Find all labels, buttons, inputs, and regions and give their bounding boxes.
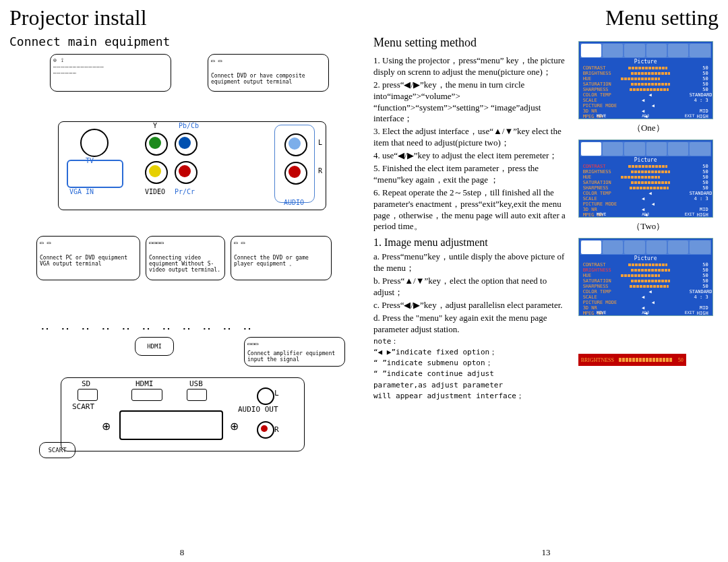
osd-screenshot-one: Picture CONTRAST50BRIGHTNESS50HUE50SATUR… — [578, 41, 713, 119]
label-pbcb: Pb/Cb — [179, 122, 199, 129]
separator-dots: ‥ ‥ ‥ ‥ ‥ ‥ ‥ ‥ ‥ ‥ ‥ — [40, 317, 355, 333]
jack-audio-r — [284, 162, 307, 185]
box-dvd-desc: ▭ ▭ Connect the DVD or game player equip… — [231, 236, 332, 280]
label-usb: USB — [189, 379, 203, 388]
vga-port — [67, 160, 123, 188]
scart-text: SCART — [48, 447, 66, 454]
osd-tabs — [580, 43, 711, 58]
audio-group: L R — [274, 125, 315, 203]
hdmi-port — [131, 389, 162, 401]
label-video: VIDEO — [145, 188, 165, 195]
label-vgain: VGA IN — [69, 188, 94, 195]
osd-tab-active — [581, 44, 601, 57]
label-r: R — [274, 425, 279, 434]
subtitle-right: Menu setting method — [373, 36, 574, 50]
illustration-devices: ▭▭▭▭ — [149, 239, 222, 255]
io-panel: SD HDMI USB SCART ⊕ ⊕ L R AUDIO OUT — [61, 377, 305, 451]
jack-pbcb — [175, 133, 198, 156]
illustration-amp: ▭▭▭ — [247, 340, 342, 351]
note-title: note： — [373, 337, 574, 346]
page-title-right: Menu setting — [373, 5, 719, 30]
label-audioout: AUDIO OUT — [238, 405, 278, 414]
image-adj-c: c. Press“◀/▶”key，adjust parallelisn elec… — [373, 300, 574, 311]
osd-screenshot-three: Picture CONTRAST50BRIGHTNESS50HUE50SATUR… — [578, 238, 713, 316]
connect-diagram: ⊙ ⟟┄┄┄┄┄┄┄┄┄┄┄┄┄┄┄┄┄┄┄ ▭ ▭ Connect DVD o… — [9, 54, 355, 310]
jack-video — [145, 161, 168, 184]
image-adj-a: a. Press“menu”key，untile disply the abov… — [373, 251, 574, 274]
step-2: 2. press“◀/▶”key，the menu in turn circle… — [373, 80, 574, 125]
note-line-2: “ ”indicate submenu opton； — [373, 358, 574, 368]
osd-tab — [624, 44, 644, 57]
osd-column: Picture CONTRAST50BRIGHTNESS50HUE50SATUR… — [574, 34, 719, 402]
illustration-laptop2: ▭ ▭ — [40, 239, 137, 255]
page-right: Menu setting Menu setting method 1. Usin… — [364, 0, 728, 562]
scart-slot — [119, 410, 223, 440]
osd-tab — [668, 44, 688, 57]
osd-footer: MOVEADJEXIT — [579, 113, 712, 118]
page-title-left: Projector install — [9, 5, 355, 30]
instructions-column: Menu setting method 1. Using the project… — [373, 34, 574, 402]
slider-label: BRIGHTNESS — [581, 357, 614, 363]
d3-text: Connect PC or DVD equipment VGA output t… — [40, 255, 137, 268]
page-number-right: 13 — [542, 547, 551, 558]
tv-jack — [80, 129, 109, 157]
d2-text: Connect DVD or have composite equipment … — [211, 73, 326, 86]
d5-text: Connect the DVD or game player equipment… — [234, 255, 328, 268]
box-composite-desc: ▭ ▭ Connect DVD or have composite equipm… — [208, 54, 329, 92]
box-vga-desc: ▭ ▭ Connect PC or DVD equipment VGA outp… — [36, 236, 140, 280]
step-1: 1. Using the projector，press“menu” key，t… — [373, 55, 574, 78]
note-line-1: “◀ ▶”indicate fixed option； — [373, 348, 574, 357]
hdmi-desc: Connect amplifier equipment input the si… — [247, 351, 342, 363]
step-5: 5. Finished the elect item parameter，pre… — [373, 163, 574, 186]
hdmi-label-box: HDMI — [135, 337, 174, 356]
step-3: 3. Elect the adjust interface，use“▲/▼”ke… — [373, 126, 574, 149]
page-left: Projector install Connect main equipment… — [0, 0, 364, 562]
hdmi-diagram: HDMI ▭▭▭ Connect amplifier equipment inp… — [9, 337, 355, 485]
note-block: note： “◀ ▶”indicate fixed option； “ ”ind… — [373, 337, 574, 402]
connector-panel: TV Y Pb/Cb VGA IN VIDEO Pr/Cr L R AUDIO — [58, 121, 326, 210]
manual-spread: Projector install Connect main equipment… — [0, 0, 728, 562]
label-audio-r: R — [318, 167, 322, 175]
sd-slot — [78, 389, 98, 401]
brightness-slider-demo: BRIGHTNESS 50 — [578, 354, 686, 366]
box-source-a: ⊙ ⟟┄┄┄┄┄┄┄┄┄┄┄┄┄┄┄┄┄┄┄ — [50, 54, 171, 92]
osd-screenshot-two: Picture CONTRAST50BRIGHTNESS50HUE50SATUR… — [578, 139, 713, 218]
audio-out-l — [257, 387, 274, 405]
box-svideo-desc: ▭▭▭▭ Connecting video equipment Without … — [146, 236, 225, 280]
osd-tab — [690, 44, 710, 57]
label-audio-l: L — [318, 139, 322, 146]
jack-y — [145, 133, 168, 156]
label-y: Y — [153, 122, 157, 129]
illustration-console: ▭ ▭ — [234, 239, 328, 255]
caption-two: （Two） — [578, 220, 719, 232]
d4-text: Connecting video equipment Without S-vid… — [149, 255, 222, 273]
audio-out-r — [257, 421, 274, 439]
illustration-laptop: ▭ ▭ — [211, 57, 326, 73]
osd-list: CONTRAST50BRIGHTNESS50HUE50SATURATION50S… — [580, 164, 711, 218]
image-adj-title: 1. Image menu adjustment — [373, 237, 574, 249]
osd-list: CONTRAST50BRIGHTNESS50HUE50SATURATION50S… — [580, 262, 711, 316]
page-number-left: 8 — [180, 547, 185, 558]
label-l: L — [274, 389, 279, 398]
step-4: 4. use“◀/▶”key to adjust the elect item … — [373, 150, 574, 162]
jack-prcr — [175, 161, 198, 184]
note-line-3: “ ”indicate continue adjust — [373, 369, 574, 379]
label-audio: AUDIO — [284, 199, 304, 206]
label-sd: SD — [82, 379, 90, 388]
osd-list: CONTRAST50BRIGHTNESS50HUE50SATURATION50S… — [580, 65, 711, 119]
osd-tab — [646, 44, 667, 57]
label-scart: SCART — [72, 402, 94, 411]
label-hdmi: HDMI — [135, 379, 154, 388]
subtitle-left: Connect main equipment — [9, 34, 355, 49]
dashed-illustration: ⊙ ⟟┄┄┄┄┄┄┄┄┄┄┄┄┄┄┄┄┄┄┄ — [53, 57, 168, 76]
image-adj-d: d. Press the "menu" key again exit the m… — [373, 313, 574, 336]
note-line-4: parameter,as adjust parameter — [373, 381, 574, 390]
hdmi-label: HDMI — [147, 343, 162, 350]
osd-title: Picture — [580, 59, 711, 65]
caption-one: （One） — [578, 122, 719, 134]
image-adj-b: b. Press“▲/▼”key，elect the option that n… — [373, 276, 574, 299]
usb-port — [187, 389, 207, 401]
screw-icon: ⊕ — [102, 420, 111, 433]
hdmi-desc-box: ▭▭▭ Connect amplifier equipment input th… — [244, 337, 345, 367]
label-prcr: Pr/Cr — [175, 188, 195, 195]
